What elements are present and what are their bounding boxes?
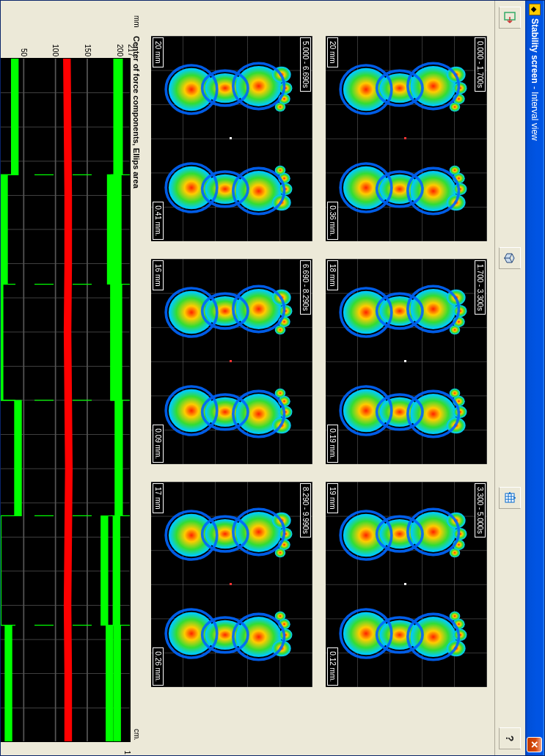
content-area: 0.000 - 1.700s 20 mm 0.36 mm.: [1, 1, 494, 755]
svg-rect-1: [506, 493, 515, 502]
svg-point-27: [453, 305, 467, 318]
svg-point-47: [453, 528, 467, 540]
interval-panel: 8.290 - 9.990s 17 mm 0.26 mm.: [151, 482, 312, 687]
help-icon: ?: [504, 732, 517, 745]
y2-axis-unit: cm.: [133, 729, 141, 741]
svg-text:?: ?: [505, 735, 516, 742]
left-foot-heatmap: [333, 495, 480, 576]
cop-marker: [404, 137, 406, 139]
left-foot-heatmap: [158, 49, 305, 130]
svg-point-107: [279, 528, 292, 540]
exit-icon: [504, 11, 517, 24]
interval-panel: 3.300 - 5.000s 19 mm 0.12 mm.: [326, 482, 487, 687]
svg-point-67: [279, 82, 292, 95]
y-tick: 217: [127, 44, 135, 56]
left-foot-heatmap: [158, 495, 305, 576]
close-button[interactable]: ✕: [527, 737, 543, 752]
titlebar: ◆ Stability screen - Interval view ✕: [525, 1, 544, 755]
y-tick: 200: [115, 44, 123, 56]
interval-panel: 0.000 - 1.700s 20 mm 0.36 mm.: [326, 36, 487, 241]
y-tick: 150: [84, 44, 92, 56]
grid-icon: [504, 491, 517, 504]
cube-icon: [504, 252, 517, 265]
right-foot-heatmap: [158, 147, 305, 228]
interval-grid: 0.000 - 1.700s 20 mm 0.36 mm.: [151, 36, 487, 742]
y-tick: 50: [19, 48, 27, 56]
window-title: Stability screen: [530, 18, 540, 84]
red-trace: [67, 59, 69, 741]
toolbar: ?: [494, 1, 525, 755]
left-foot-heatmap: [333, 49, 480, 130]
cop-marker: [404, 583, 406, 585]
svg-point-57: [453, 629, 467, 642]
chart-canvas: 1 0: [1, 58, 131, 742]
svg-point-87: [279, 305, 292, 318]
right-foot-heatmap: [333, 147, 480, 228]
chart-title: Center of force components, Ellips area: [132, 36, 141, 742]
y2-tick: 1: [123, 750, 131, 755]
right-foot-heatmap: [158, 593, 305, 674]
svg-point-77: [279, 183, 292, 195]
interval-panel: 1.700 - 3.300s 18 mm 0.19 mm.: [326, 259, 487, 464]
svg-point-37: [453, 406, 467, 419]
right-foot-heatmap: [333, 370, 480, 451]
chart-area: Center of force components, Ellips area …: [1, 36, 144, 742]
exit-button[interactable]: [500, 7, 522, 29]
svg-point-97: [279, 406, 292, 419]
svg-point-17: [453, 183, 467, 195]
chart-svg: [1, 59, 130, 741]
view-3d-button[interactable]: [500, 247, 522, 269]
svg-point-7: [453, 82, 467, 95]
svg-point-117: [279, 629, 292, 642]
cop-marker: [404, 360, 406, 362]
close-icon: ✕: [530, 741, 541, 749]
interval-panel: 5.000 - 6.690s 20 mm 0.41 mm.: [151, 36, 312, 241]
y-axis-unit: mm: [133, 15, 141, 28]
interval-panel: 6.690 - 8.290s 16 mm 0.09 mm.: [151, 259, 312, 464]
y-tick: 100: [51, 44, 59, 56]
cop-marker: [230, 137, 232, 139]
app-window: ◆ Stability screen - Interval view ✕: [0, 0, 545, 756]
right-foot-heatmap: [158, 370, 305, 451]
window-subtitle: - Interval view: [530, 87, 540, 141]
right-foot-heatmap: [333, 593, 480, 674]
help-button[interactable]: ?: [500, 727, 522, 749]
cop-marker: [230, 583, 232, 585]
y-axis: 217 200 150 100 50 0: [1, 36, 131, 58]
left-foot-heatmap: [158, 272, 305, 353]
grid-button[interactable]: [500, 487, 522, 509]
cop-marker: [230, 360, 232, 362]
left-foot-heatmap: [333, 272, 480, 353]
app-icon: ◆: [529, 4, 541, 15]
